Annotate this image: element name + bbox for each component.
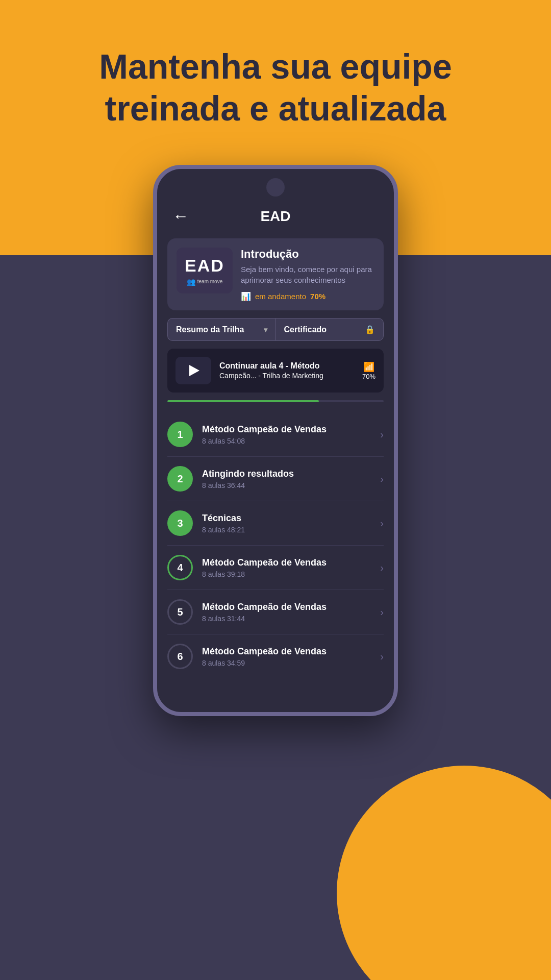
intro-desc: Seja bem vindo, comece por aqui para apr… [241, 264, 374, 285]
chevron-down-icon: ▾ [264, 326, 267, 334]
course-item-4[interactable]: 4 Método Campeão de Vendas 8 aulas 39:18… [167, 546, 384, 590]
course-meta-3: 8 aulas 48:21 [202, 526, 371, 534]
course-num-6: 6 [167, 644, 193, 669]
progress-fill [167, 400, 319, 402]
course-num-3: 3 [167, 510, 193, 536]
course-info-4: Método Campeão de Vendas 8 aulas 39:18 [202, 557, 371, 578]
logo-people-icon: 👥 [187, 278, 195, 286]
phone-wrapper: ← EAD EAD 👥 team move Introdução Seja be… [0, 165, 551, 716]
continue-card[interactable]: Continuar aula 4 - Método Campeão... - T… [167, 349, 384, 393]
progress-row: 📊 em andamento 70% [241, 291, 374, 301]
course-meta-4: 8 aulas 39:18 [202, 570, 371, 578]
course-name-5: Método Campeão de Vendas [202, 602, 371, 612]
course-list: 1 Método Campeão de Vendas 8 aulas 54:08… [157, 410, 394, 694]
course-name-4: Método Campeão de Vendas [202, 557, 371, 568]
chevron-right-icon-5: › [380, 606, 384, 618]
course-item-6[interactable]: 6 Método Campeão de Vendas 8 aulas 34:59… [167, 634, 384, 678]
course-name-3: Técnicas [202, 513, 371, 524]
course-item-5[interactable]: 5 Método Campeão de Vendas 8 aulas 31:44… [167, 590, 384, 634]
back-button[interactable]: ← [172, 207, 189, 226]
headline: Mantenha sua equipe treinada e atualizad… [0, 0, 551, 150]
course-num-5: 5 [167, 599, 193, 625]
progress-pct: 70% [310, 292, 325, 301]
chevron-right-icon-4: › [380, 562, 384, 574]
play-button[interactable] [176, 357, 211, 384]
chevron-right-icon-3: › [380, 518, 384, 529]
chevron-right-icon-2: › [380, 473, 384, 485]
phone: ← EAD EAD 👥 team move Introdução Seja be… [153, 165, 398, 716]
headline-line1: Mantenha sua equipe [99, 47, 452, 86]
progress-line [167, 400, 384, 402]
lock-icon: 🔒 [365, 325, 375, 334]
continue-pct: 70% [362, 373, 375, 380]
ead-logo-text: EAD [185, 256, 224, 276]
bar-chart-icon: 📊 [241, 291, 251, 301]
phone-notch [266, 178, 285, 197]
continue-text-line2: Campeão... - Trilha de Marketing [219, 371, 354, 380]
tabs-row: Resumo da Trilha ▾ Certificado 🔒 [167, 318, 384, 341]
course-item-1[interactable]: 1 Método Campeão de Vendas 8 aulas 54:08… [167, 412, 384, 457]
background-circle [337, 766, 551, 980]
course-meta-2: 8 aulas 36:44 [202, 481, 371, 489]
continue-info: Continuar aula 4 - Método Campeão... - T… [219, 361, 354, 381]
intro-content: Introdução Seja bem vindo, comece por aq… [241, 248, 374, 301]
course-meta-5: 8 aulas 31:44 [202, 615, 371, 623]
tab-certificado[interactable]: Certificado 🔒 [276, 318, 384, 341]
intro-title: Introdução [241, 248, 374, 261]
course-info-1: Método Campeão de Vendas 8 aulas 54:08 [202, 424, 371, 445]
tab-resumo-label: Resumo da Trilha [176, 325, 244, 334]
course-item-3[interactable]: 3 Técnicas 8 aulas 48:21 › [167, 501, 384, 546]
course-info-2: Atingindo resultados 8 aulas 36:44 [202, 469, 371, 489]
course-num-2: 2 [167, 466, 193, 492]
intro-card[interactable]: EAD 👥 team move Introdução Seja bem vind… [167, 238, 384, 310]
chevron-right-icon-1: › [380, 429, 384, 440]
tab-resumo[interactable]: Resumo da Trilha ▾ [167, 318, 276, 341]
play-triangle-icon [189, 365, 199, 376]
headline-line2: treinada e atualizada [105, 89, 446, 128]
ead-logo-sub: 👥 team move [187, 278, 222, 286]
continue-bar-icon: 📶 [362, 361, 375, 373]
course-name-2: Atingindo resultados [202, 469, 371, 479]
course-meta-1: 8 aulas 54:08 [202, 437, 371, 445]
course-info-6: Método Campeão de Vendas 8 aulas 34:59 [202, 646, 371, 667]
course-meta-6: 8 aulas 34:59 [202, 659, 371, 667]
phone-header: ← EAD [157, 197, 394, 233]
chevron-right-icon-6: › [380, 651, 384, 663]
course-item-2[interactable]: 2 Atingindo resultados 8 aulas 36:44 › [167, 457, 384, 501]
course-num-4: 4 [167, 555, 193, 580]
continue-text-line1: Continuar aula 4 - Método [219, 361, 354, 372]
course-num-1: 1 [167, 422, 193, 447]
ead-logo: EAD 👥 team move [177, 248, 233, 293]
continue-pct-area: 📶 70% [362, 361, 375, 380]
course-name-1: Método Campeão de Vendas [202, 424, 371, 435]
progress-label: em andamento [255, 292, 306, 301]
tab-certificado-label: Certificado [284, 325, 327, 334]
course-name-6: Método Campeão de Vendas [202, 646, 371, 657]
course-info-5: Método Campeão de Vendas 8 aulas 31:44 [202, 602, 371, 623]
page-title: EAD [189, 208, 362, 225]
course-info-3: Técnicas 8 aulas 48:21 [202, 513, 371, 534]
